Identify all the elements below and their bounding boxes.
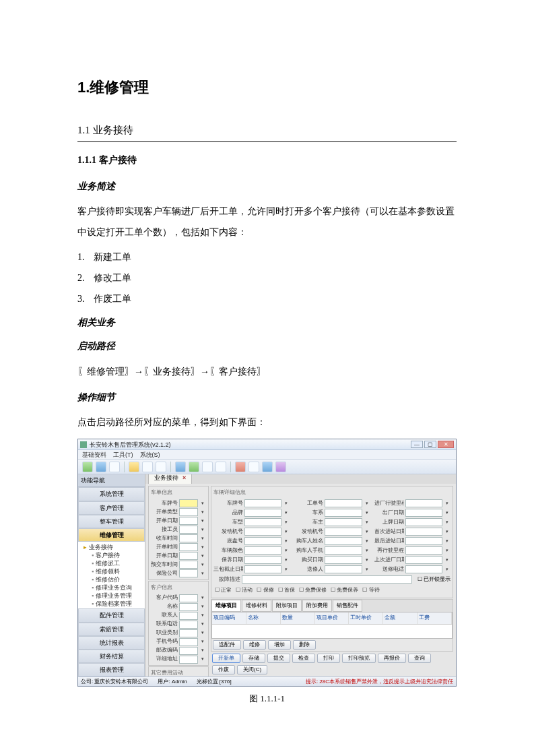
grid-column-header[interactable]: 项目编码 — [212, 612, 246, 623]
dropdown-icon[interactable]: ▾ — [283, 499, 290, 508]
detail-tab[interactable]: 销售配件 — [333, 600, 362, 612]
detail-grid[interactable]: 项目编码名称数量项目单价工时单价金额工费 — [211, 612, 453, 639]
menu-item[interactable]: 系统(S) — [140, 449, 160, 460]
status-checkbox[interactable]: 免费保修 — [299, 586, 327, 595]
text-input[interactable] — [179, 526, 198, 534]
text-input[interactable] — [179, 499, 198, 507]
tree-leaf[interactable]: 修理业务查询 — [79, 584, 143, 592]
toolbar-icon[interactable] — [129, 462, 139, 472]
text-input[interactable] — [244, 537, 281, 545]
detail-tab[interactable]: 维修材料 — [242, 600, 271, 612]
text-input[interactable] — [179, 561, 198, 569]
tab-close-icon[interactable]: × — [182, 474, 186, 481]
grid-action-button[interactable]: 增加 — [268, 640, 291, 650]
text-input[interactable] — [244, 546, 281, 555]
action-button[interactable]: 再报价 — [378, 654, 406, 663]
fault-desc-input[interactable] — [242, 575, 412, 584]
tree-leaf[interactable]: 维修领料 — [79, 567, 143, 575]
dropdown-icon[interactable]: ▾ — [364, 528, 370, 536]
text-input[interactable] — [325, 518, 362, 526]
dropdown-icon[interactable]: ▾ — [444, 565, 450, 574]
dropdown-icon[interactable]: ▾ — [364, 546, 370, 555]
text-input[interactable] — [325, 499, 362, 507]
text-input[interactable] — [325, 537, 362, 545]
text-input[interactable] — [405, 537, 442, 545]
dropdown-icon[interactable]: ▾ — [199, 620, 206, 629]
action-button[interactable]: 提交 — [267, 654, 290, 663]
text-input[interactable] — [244, 556, 281, 564]
dropdown-icon[interactable]: ▾ — [444, 528, 450, 536]
text-input[interactable] — [179, 543, 198, 551]
tab[interactable]: 业务接待× — [148, 474, 192, 484]
dropdown-icon[interactable]: ▾ — [364, 509, 370, 517]
text-input[interactable] — [179, 656, 198, 664]
minimize-button[interactable]: — — [411, 441, 423, 448]
status-checkbox[interactable]: 活动 — [236, 586, 253, 595]
text-input[interactable] — [179, 594, 198, 602]
detail-tab[interactable]: 维修项目 — [211, 600, 241, 612]
nav-group[interactable]: 整车管理 — [78, 515, 145, 528]
text-input[interactable] — [179, 534, 198, 542]
tree-node[interactable]: 业务接待 — [79, 543, 143, 551]
grid-column-header[interactable]: 金额 — [383, 612, 418, 623]
grid-action-button[interactable]: 选配件 — [213, 640, 241, 650]
toolbar-icon[interactable] — [202, 462, 213, 472]
menu-item[interactable]: 基础资料 — [82, 449, 106, 460]
dropdown-icon[interactable]: ▾ — [199, 508, 206, 517]
grid-column-header[interactable]: 项目单价 — [315, 612, 349, 623]
toolbar-icon[interactable] — [262, 462, 273, 472]
dropdown-icon[interactable]: ▾ — [364, 499, 370, 508]
dropdown-icon[interactable]: ▾ — [199, 499, 206, 508]
dropdown-icon[interactable]: ▾ — [283, 556, 290, 565]
tree-leaf[interactable]: 维修估价 — [79, 575, 143, 584]
toolbar-icon[interactable] — [96, 462, 106, 472]
dropdown-icon[interactable]: ▾ — [199, 637, 206, 646]
text-input[interactable] — [405, 499, 442, 507]
dropdown-icon[interactable]: ▾ — [199, 629, 206, 637]
dropdown-icon[interactable]: ▾ — [444, 509, 450, 517]
action-button[interactable]: 关闭(C) — [237, 665, 267, 674]
dropdown-icon[interactable]: ▾ — [199, 594, 206, 602]
status-checkbox[interactable]: 等待 — [362, 586, 379, 595]
text-input[interactable] — [325, 546, 362, 555]
status-checkbox[interactable]: 免费保养 — [331, 586, 358, 595]
toolbar-icon[interactable] — [215, 462, 226, 472]
tree-leaf[interactable]: 维修派工 — [79, 559, 143, 567]
text-input[interactable] — [325, 509, 362, 517]
dropdown-icon[interactable]: ▾ — [444, 546, 450, 555]
grid-action-button[interactable]: 维修 — [243, 640, 266, 650]
menu-item[interactable]: 工具(T) — [113, 449, 133, 460]
action-button[interactable]: 查询 — [408, 654, 431, 663]
status-checkbox[interactable]: 保修 — [257, 586, 273, 595]
text-input[interactable] — [405, 546, 442, 555]
dropdown-icon[interactable]: ▾ — [364, 518, 370, 527]
tree-leaf[interactable]: 修理业务管理 — [79, 592, 143, 600]
toolbar-icon[interactable] — [142, 462, 153, 472]
grid-column-header[interactable]: 工费 — [418, 612, 452, 623]
grid-column-header[interactable]: 工时单价 — [349, 612, 383, 623]
action-button[interactable]: 开新单 — [212, 654, 240, 663]
text-input[interactable] — [179, 552, 198, 560]
action-button[interactable]: 作废 — [212, 665, 235, 674]
tree-leaf[interactable]: 保险档案管理 — [79, 600, 143, 608]
dropdown-icon[interactable]: ▾ — [199, 534, 206, 543]
text-input[interactable] — [179, 603, 198, 611]
text-input[interactable] — [325, 528, 362, 536]
text-input[interactable] — [179, 569, 198, 577]
nav-group[interactable]: 索赔管理 — [78, 623, 145, 636]
toolbar-icon[interactable] — [175, 462, 186, 472]
dropdown-icon[interactable]: ▾ — [283, 518, 290, 527]
text-input[interactable] — [179, 517, 198, 525]
dropdown-icon[interactable]: ▾ — [199, 517, 206, 526]
text-input[interactable] — [244, 565, 281, 573]
text-input[interactable] — [325, 565, 362, 573]
text-input[interactable] — [179, 621, 198, 629]
dropdown-icon[interactable]: ▾ — [199, 552, 206, 561]
dropdown-icon[interactable]: ▾ — [364, 537, 370, 546]
toolbar-icon[interactable] — [109, 462, 120, 472]
text-input[interactable] — [244, 509, 281, 517]
toolbar-icon[interactable] — [189, 462, 199, 472]
text-input[interactable] — [179, 647, 198, 655]
toolbar-icon[interactable] — [248, 462, 259, 472]
dropdown-icon[interactable]: ▾ — [444, 556, 450, 565]
